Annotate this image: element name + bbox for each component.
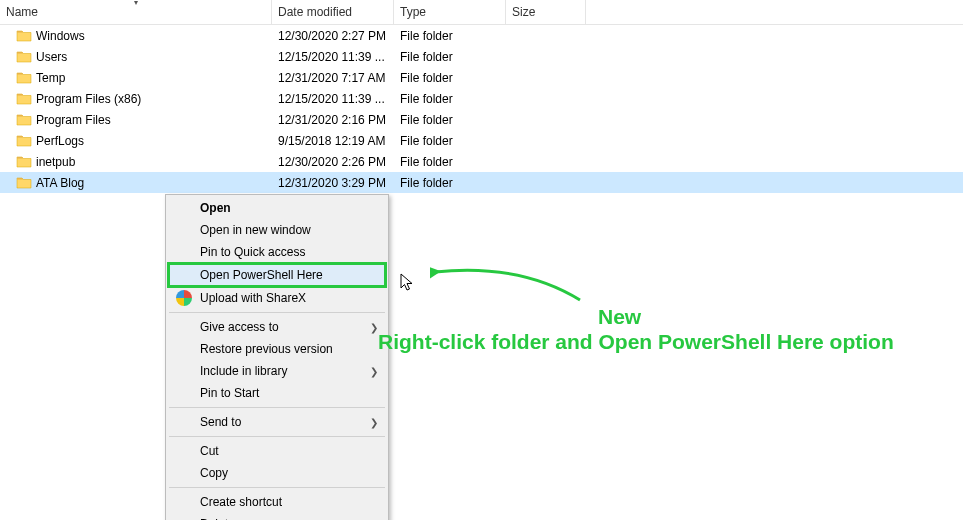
file-date-label: 12/30/2020 2:27 PM xyxy=(272,29,394,43)
folder-icon xyxy=(16,112,32,128)
folder-icon xyxy=(16,133,32,149)
ctx-cut[interactable]: Cut xyxy=(168,440,386,462)
column-name-label: Name xyxy=(6,5,38,19)
column-header-type[interactable]: Type xyxy=(394,0,506,24)
file-row[interactable]: ATA Blog12/31/2020 3:29 PMFile folder xyxy=(0,172,963,193)
ctx-separator xyxy=(169,312,385,313)
ctx-give-access-label: Give access to xyxy=(200,320,279,334)
cursor-icon xyxy=(400,273,416,293)
file-row[interactable]: PerfLogs9/15/2018 12:19 AMFile folder xyxy=(0,130,963,151)
file-name-label: Windows xyxy=(36,29,85,43)
chevron-right-icon: ❯ xyxy=(370,366,378,377)
annotation-text-new: New xyxy=(598,305,641,329)
sharex-icon xyxy=(176,290,192,306)
file-name-label: Users xyxy=(36,50,67,64)
ctx-restore-previous[interactable]: Restore previous version xyxy=(168,338,386,360)
folder-icon xyxy=(16,175,32,191)
file-type-label: File folder xyxy=(394,134,506,148)
ctx-open-new-window[interactable]: Open in new window xyxy=(168,219,386,241)
file-row[interactable]: Temp12/31/2020 7:17 AMFile folder xyxy=(0,67,963,88)
file-date-label: 12/30/2020 2:26 PM xyxy=(272,155,394,169)
file-type-label: File folder xyxy=(394,113,506,127)
file-name-label: Temp xyxy=(36,71,65,85)
ctx-create-shortcut[interactable]: Create shortcut xyxy=(168,491,386,513)
file-type-label: File folder xyxy=(394,176,506,190)
sort-descending-icon: ▾ xyxy=(134,0,138,7)
ctx-send-to-label: Send to xyxy=(200,415,241,429)
annotation-arrow xyxy=(430,258,590,311)
file-row[interactable]: Windows12/30/2020 2:27 PMFile folder xyxy=(0,25,963,46)
ctx-restore-prev-label: Restore previous version xyxy=(200,342,333,356)
file-type-label: File folder xyxy=(394,92,506,106)
folder-icon xyxy=(16,70,32,86)
ctx-pin-quick-access[interactable]: Pin to Quick access xyxy=(168,241,386,263)
column-header-name[interactable]: ▾ Name xyxy=(0,0,272,24)
ctx-sharex-label: Upload with ShareX xyxy=(200,291,306,305)
ctx-separator xyxy=(169,436,385,437)
ctx-give-access[interactable]: Give access to❯ xyxy=(168,316,386,338)
ctx-copy-label: Copy xyxy=(200,466,228,480)
ctx-open-label: Open xyxy=(200,201,231,215)
folder-icon xyxy=(16,154,32,170)
file-name-label: Program Files (x86) xyxy=(36,92,141,106)
ctx-copy[interactable]: Copy xyxy=(168,462,386,484)
file-date-label: 12/31/2020 2:16 PM xyxy=(272,113,394,127)
ctx-include-library[interactable]: Include in library❯ xyxy=(168,360,386,382)
file-date-label: 9/15/2018 12:19 AM xyxy=(272,134,394,148)
file-type-label: File folder xyxy=(394,155,506,169)
column-size-label: Size xyxy=(512,5,535,19)
column-header-size[interactable]: Size xyxy=(506,0,586,24)
file-name-label: inetpub xyxy=(36,155,75,169)
file-name-label: ATA Blog xyxy=(36,176,84,190)
folder-icon xyxy=(16,91,32,107)
file-row[interactable]: Program Files (x86)12/15/2020 11:39 ...F… xyxy=(0,88,963,109)
annotation-text-line2: Right-click folder and Open PowerShell H… xyxy=(378,330,894,354)
column-date-label: Date modified xyxy=(278,5,352,19)
column-header-date[interactable]: Date modified xyxy=(272,0,394,24)
file-row[interactable]: Program Files12/31/2020 2:16 PMFile fold… xyxy=(0,109,963,130)
ctx-open[interactable]: Open xyxy=(168,197,386,219)
file-date-label: 12/15/2020 11:39 ... xyxy=(272,92,394,106)
ctx-open-powershell-here[interactable]: Open PowerShell Here xyxy=(167,262,387,288)
file-date-label: 12/31/2020 3:29 PM xyxy=(272,176,394,190)
chevron-right-icon: ❯ xyxy=(370,417,378,428)
ctx-include-lib-label: Include in library xyxy=(200,364,287,378)
file-name-label: Program Files xyxy=(36,113,111,127)
ctx-open-new-label: Open in new window xyxy=(200,223,311,237)
ctx-shortcut-label: Create shortcut xyxy=(200,495,282,509)
file-date-label: 12/15/2020 11:39 ... xyxy=(272,50,394,64)
file-date-label: 12/31/2020 7:17 AM xyxy=(272,71,394,85)
file-row[interactable]: Users12/15/2020 11:39 ...File folder xyxy=(0,46,963,67)
ctx-pin-start[interactable]: Pin to Start xyxy=(168,382,386,404)
file-name-label: PerfLogs xyxy=(36,134,84,148)
file-row[interactable]: inetpub12/30/2020 2:26 PMFile folder xyxy=(0,151,963,172)
file-list: Windows12/30/2020 2:27 PMFile folderUser… xyxy=(0,25,963,193)
context-menu: Open Open in new window Pin to Quick acc… xyxy=(165,194,389,520)
ctx-pin-quick-label: Pin to Quick access xyxy=(200,245,305,259)
file-type-label: File folder xyxy=(394,71,506,85)
ctx-pin-start-label: Pin to Start xyxy=(200,386,259,400)
ctx-upload-sharex[interactable]: Upload with ShareX xyxy=(168,287,386,309)
folder-icon xyxy=(16,28,32,44)
ctx-separator xyxy=(169,407,385,408)
ctx-delete[interactable]: Delete xyxy=(168,513,386,520)
folder-icon xyxy=(16,49,32,65)
chevron-right-icon: ❯ xyxy=(370,322,378,333)
file-type-label: File folder xyxy=(394,29,506,43)
ctx-powershell-label: Open PowerShell Here xyxy=(200,268,323,282)
ctx-send-to[interactable]: Send to❯ xyxy=(168,411,386,433)
column-type-label: Type xyxy=(400,5,426,19)
ctx-cut-label: Cut xyxy=(200,444,219,458)
column-header-row: ▾ Name Date modified Type Size xyxy=(0,0,963,25)
ctx-separator xyxy=(169,487,385,488)
file-type-label: File folder xyxy=(394,50,506,64)
